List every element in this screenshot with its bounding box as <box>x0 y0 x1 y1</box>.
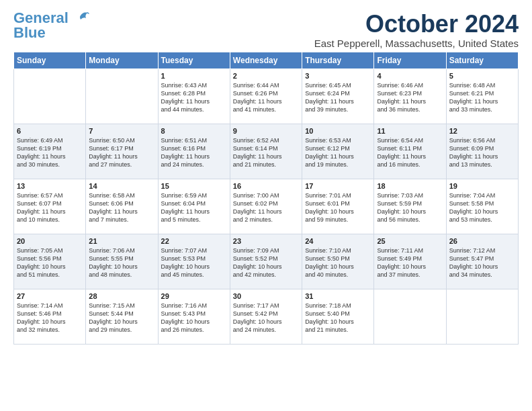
calendar-table: SundayMondayTuesdayWednesdayThursdayFrid… <box>13 52 519 345</box>
day-content: Sunrise: 6:54 AM Sunset: 6:11 PM Dayligh… <box>377 136 443 169</box>
day-number: 8 <box>161 127 227 135</box>
day-content: Sunrise: 6:48 AM Sunset: 6:21 PM Dayligh… <box>449 81 515 114</box>
day-number: 5 <box>449 72 515 80</box>
day-content: Sunrise: 7:05 AM Sunset: 5:56 PM Dayligh… <box>17 246 83 279</box>
day-content: Sunrise: 6:57 AM Sunset: 6:07 PM Dayligh… <box>17 191 83 224</box>
calendar-week-row: 6Sunrise: 6:49 AM Sunset: 6:19 PM Daylig… <box>14 124 519 179</box>
logo-bird-icon <box>71 10 90 29</box>
calendar-cell: 14Sunrise: 6:58 AM Sunset: 6:06 PM Dayli… <box>86 179 158 234</box>
calendar-week-row: 20Sunrise: 7:05 AM Sunset: 5:56 PM Dayli… <box>14 234 519 289</box>
day-number: 14 <box>89 182 154 190</box>
day-content: Sunrise: 6:44 AM Sunset: 6:26 PM Dayligh… <box>233 81 299 114</box>
weekday-header-row: SundayMondayTuesdayWednesdayThursdayFrid… <box>14 52 519 68</box>
calendar-cell: 23Sunrise: 7:09 AM Sunset: 5:52 PM Dayli… <box>230 234 302 289</box>
calendar-cell: 30Sunrise: 7:17 AM Sunset: 5:42 PM Dayli… <box>230 289 302 344</box>
calendar-cell: 24Sunrise: 7:10 AM Sunset: 5:50 PM Dayli… <box>302 234 374 289</box>
day-content: Sunrise: 7:12 AM Sunset: 5:47 PM Dayligh… <box>449 246 515 279</box>
day-content: Sunrise: 7:03 AM Sunset: 5:59 PM Dayligh… <box>377 191 443 224</box>
header: General Blue October 2024 East Pepperell… <box>13 11 519 49</box>
calendar-cell: 2Sunrise: 6:44 AM Sunset: 6:26 PM Daylig… <box>230 68 302 124</box>
day-number: 28 <box>89 292 154 300</box>
calendar-cell: 13Sunrise: 6:57 AM Sunset: 6:07 PM Dayli… <box>14 179 86 234</box>
day-content: Sunrise: 6:50 AM Sunset: 6:17 PM Dayligh… <box>89 136 154 169</box>
calendar-cell: 29Sunrise: 7:16 AM Sunset: 5:43 PM Dayli… <box>158 289 230 344</box>
calendar-cell: 22Sunrise: 7:07 AM Sunset: 5:53 PM Dayli… <box>158 234 230 289</box>
weekday-header-thursday: Thursday <box>302 52 374 68</box>
day-content: Sunrise: 7:04 AM Sunset: 5:58 PM Dayligh… <box>449 191 515 224</box>
calendar-cell: 10Sunrise: 6:53 AM Sunset: 6:12 PM Dayli… <box>302 124 374 179</box>
calendar-cell: 6Sunrise: 6:49 AM Sunset: 6:19 PM Daylig… <box>14 124 86 179</box>
day-content: Sunrise: 7:00 AM Sunset: 6:02 PM Dayligh… <box>233 191 299 224</box>
day-content: Sunrise: 6:58 AM Sunset: 6:06 PM Dayligh… <box>89 191 154 224</box>
calendar-cell: 26Sunrise: 7:12 AM Sunset: 5:47 PM Dayli… <box>446 234 518 289</box>
calendar-cell: 3Sunrise: 6:45 AM Sunset: 6:24 PM Daylig… <box>302 68 374 124</box>
logo-blue: Blue <box>13 24 46 41</box>
calendar-cell: 31Sunrise: 7:18 AM Sunset: 5:40 PM Dayli… <box>302 289 374 344</box>
day-content: Sunrise: 7:14 AM Sunset: 5:46 PM Dayligh… <box>17 302 83 334</box>
day-content: Sunrise: 6:46 AM Sunset: 6:23 PM Dayligh… <box>377 81 443 114</box>
day-number: 1 <box>161 72 227 80</box>
calendar-cell: 21Sunrise: 7:06 AM Sunset: 5:55 PM Dayli… <box>86 234 158 289</box>
day-content: Sunrise: 7:16 AM Sunset: 5:43 PM Dayligh… <box>161 302 227 334</box>
calendar-cell: 17Sunrise: 7:01 AM Sunset: 6:01 PM Dayli… <box>302 179 374 234</box>
day-number: 7 <box>89 127 154 135</box>
calendar-cell: 15Sunrise: 6:59 AM Sunset: 6:04 PM Dayli… <box>158 179 230 234</box>
calendar-cell: 20Sunrise: 7:05 AM Sunset: 5:56 PM Dayli… <box>14 234 86 289</box>
calendar-cell: 8Sunrise: 6:51 AM Sunset: 6:16 PM Daylig… <box>158 124 230 179</box>
calendar-cell <box>446 289 518 344</box>
day-number: 19 <box>449 182 515 190</box>
calendar-week-row: 13Sunrise: 6:57 AM Sunset: 6:07 PM Dayli… <box>14 179 519 234</box>
calendar-cell <box>374 289 446 344</box>
day-content: Sunrise: 6:49 AM Sunset: 6:19 PM Dayligh… <box>17 136 83 169</box>
day-number: 2 <box>233 72 299 80</box>
weekday-header-saturday: Saturday <box>446 52 518 68</box>
day-content: Sunrise: 6:52 AM Sunset: 6:14 PM Dayligh… <box>233 136 299 169</box>
calendar-cell <box>14 68 86 124</box>
day-number: 25 <box>377 237 443 245</box>
day-number: 22 <box>161 237 227 245</box>
day-number: 3 <box>305 72 371 80</box>
calendar-cell: 5Sunrise: 6:48 AM Sunset: 6:21 PM Daylig… <box>446 68 518 124</box>
day-number: 31 <box>305 292 371 300</box>
calendar-cell: 28Sunrise: 7:15 AM Sunset: 5:44 PM Dayli… <box>86 289 158 344</box>
day-number: 12 <box>449 127 515 135</box>
day-content: Sunrise: 6:45 AM Sunset: 6:24 PM Dayligh… <box>305 81 371 114</box>
calendar-week-row: 27Sunrise: 7:14 AM Sunset: 5:46 PM Dayli… <box>14 289 519 344</box>
location-title: East Pepperell, Massachusetts, United St… <box>314 38 519 49</box>
day-number: 16 <box>233 182 299 190</box>
day-content: Sunrise: 7:07 AM Sunset: 5:53 PM Dayligh… <box>161 246 227 279</box>
calendar-cell: 7Sunrise: 6:50 AM Sunset: 6:17 PM Daylig… <box>86 124 158 179</box>
calendar-cell: 4Sunrise: 6:46 AM Sunset: 6:23 PM Daylig… <box>374 68 446 124</box>
calendar-cell: 19Sunrise: 7:04 AM Sunset: 5:58 PM Dayli… <box>446 179 518 234</box>
calendar-cell: 9Sunrise: 6:52 AM Sunset: 6:14 PM Daylig… <box>230 124 302 179</box>
day-number: 15 <box>161 182 227 190</box>
day-content: Sunrise: 6:43 AM Sunset: 6:28 PM Dayligh… <box>161 81 227 114</box>
day-content: Sunrise: 7:15 AM Sunset: 5:44 PM Dayligh… <box>89 302 154 334</box>
day-number: 18 <box>377 182 443 190</box>
calendar-cell: 11Sunrise: 6:54 AM Sunset: 6:11 PM Dayli… <box>374 124 446 179</box>
day-number: 6 <box>17 127 83 135</box>
day-content: Sunrise: 7:06 AM Sunset: 5:55 PM Dayligh… <box>89 246 154 279</box>
day-number: 20 <box>17 237 83 245</box>
page: General Blue October 2024 East Pepperell… <box>0 0 532 351</box>
logo-text: General Blue <box>13 11 69 40</box>
calendar-cell: 27Sunrise: 7:14 AM Sunset: 5:46 PM Dayli… <box>14 289 86 344</box>
day-content: Sunrise: 7:17 AM Sunset: 5:42 PM Dayligh… <box>233 302 299 334</box>
day-number: 27 <box>17 292 83 300</box>
calendar-cell: 1Sunrise: 6:43 AM Sunset: 6:28 PM Daylig… <box>158 68 230 124</box>
day-content: Sunrise: 7:11 AM Sunset: 5:49 PM Dayligh… <box>377 246 443 279</box>
weekday-header-sunday: Sunday <box>14 52 86 68</box>
calendar-week-row: 1Sunrise: 6:43 AM Sunset: 6:28 PM Daylig… <box>14 68 519 124</box>
month-title: October 2024 <box>314 11 519 38</box>
calendar-cell: 18Sunrise: 7:03 AM Sunset: 5:59 PM Dayli… <box>374 179 446 234</box>
day-number: 23 <box>233 237 299 245</box>
logo: General Blue <box>13 11 90 40</box>
calendar-cell: 16Sunrise: 7:00 AM Sunset: 6:02 PM Dayli… <box>230 179 302 234</box>
day-content: Sunrise: 6:56 AM Sunset: 6:09 PM Dayligh… <box>449 136 515 169</box>
day-content: Sunrise: 6:51 AM Sunset: 6:16 PM Dayligh… <box>161 136 227 169</box>
calendar-cell: 25Sunrise: 7:11 AM Sunset: 5:49 PM Dayli… <box>374 234 446 289</box>
day-number: 13 <box>17 182 83 190</box>
day-number: 9 <box>233 127 299 135</box>
calendar-cell <box>86 68 158 124</box>
weekday-header-wednesday: Wednesday <box>230 52 302 68</box>
